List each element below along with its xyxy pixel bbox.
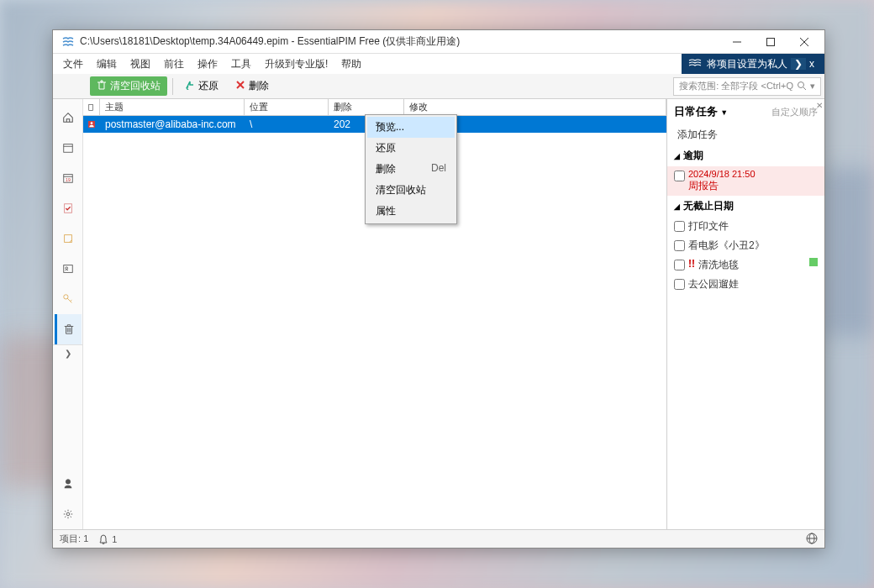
status-items: 项目: 1 — [60, 533, 88, 545]
clipboard-check-icon — [62, 202, 74, 214]
nav-calendar[interactable] — [55, 133, 82, 163]
nav-contacts[interactable] — [55, 254, 82, 284]
flag-icon — [809, 258, 818, 266]
svg-point-24 — [91, 122, 93, 124]
nav-passwords[interactable] — [55, 284, 82, 314]
menu-file[interactable]: 文件 — [56, 55, 90, 74]
panel-title: 日常任务 — [674, 105, 718, 118]
task-checkbox[interactable] — [674, 171, 685, 181]
calendar-date-icon: 19 — [62, 172, 74, 184]
svg-line-19 — [70, 300, 71, 302]
close-button[interactable] — [787, 31, 821, 53]
dropdown-icon[interactable]: ▼ — [720, 108, 728, 117]
ctx-empty-recycle[interactable]: 清空回收站 — [367, 180, 455, 201]
calendar-icon — [62, 142, 74, 154]
minimize-button[interactable] — [720, 31, 754, 53]
col-subject[interactable]: 主题 — [100, 99, 245, 115]
task-checkbox[interactable] — [674, 279, 685, 290]
menu-goto[interactable]: 前往 — [157, 55, 191, 74]
promo-banner[interactable]: 将项目设置为私人 ❯ x — [682, 54, 824, 74]
col-icon[interactable] — [83, 99, 100, 115]
task-item[interactable]: 去公园遛娃 — [667, 275, 824, 294]
home-icon — [62, 112, 74, 123]
svg-rect-1 — [767, 38, 775, 45]
ctx-delete[interactable]: 删除 Del — [367, 159, 455, 180]
recycle-icon — [97, 80, 107, 92]
bell-icon — [98, 534, 108, 544]
nav-notes[interactable] — [55, 223, 82, 254]
svg-point-21 — [66, 512, 70, 516]
task-item[interactable]: 打印文件 — [667, 217, 824, 236]
list-header: 主题 位置 删除 修改 — [83, 99, 666, 116]
nav-calendar-19[interactable]: 19 — [55, 163, 82, 193]
svg-point-20 — [66, 480, 70, 484]
svg-rect-8 — [63, 144, 72, 153]
task-item-overdue[interactable]: 2024/9/18 21:50 周报告 — [667, 166, 824, 196]
menu-action[interactable]: 操作 — [191, 55, 224, 74]
left-navbar: 19 ❯ — [53, 99, 83, 529]
wave-icon — [688, 58, 702, 71]
menubar: 文件 编辑 视图 前往 操作 工具 升级到专业版! 帮助 将项目设置为私人 ❯ … — [53, 54, 824, 74]
collapse-icon: ◢ — [674, 152, 680, 160]
collapse-icon: ◢ — [674, 202, 680, 211]
user-icon — [62, 478, 74, 490]
search-input[interactable]: 搜索范围: 全部字段 <Ctrl+Q ▾ — [673, 77, 821, 96]
menu-tools[interactable]: 工具 — [224, 55, 258, 74]
restore-icon — [185, 80, 195, 92]
restore-button[interactable]: 还原 — [178, 76, 225, 96]
nav-settings[interactable] — [55, 499, 82, 529]
empty-recycle-button[interactable]: 清空回收站 — [90, 76, 167, 96]
ctx-preview[interactable]: 预览... — [367, 117, 455, 138]
right-panel: ✕ 日常任务 ▼ 自定义顺序 添加任务 ◢ 逾期 2024/9/18 21:50… — [666, 99, 824, 529]
globe-icon — [806, 533, 818, 544]
custom-order-link[interactable]: 自定义顺序 — [771, 106, 818, 118]
trash-icon — [63, 323, 75, 335]
nav-user[interactable] — [55, 469, 82, 499]
promo-close-icon[interactable]: x — [806, 58, 818, 70]
document-icon — [88, 103, 94, 112]
section-overdue[interactable]: ◢ 逾期 — [667, 145, 824, 166]
window-title: C:\Users\18181\Desktop\temp.34A06449.epi… — [80, 34, 720, 49]
search-icon — [797, 81, 807, 92]
col-deleted[interactable]: 删除 — [329, 99, 404, 115]
status-reminders[interactable]: 1 — [98, 534, 117, 544]
section-nodeadline[interactable]: ◢ 无截止日期 — [667, 196, 824, 217]
delete-icon — [235, 80, 245, 92]
nav-expand[interactable]: ❯ — [53, 344, 83, 361]
menu-upgrade[interactable]: 升级到专业版! — [258, 55, 334, 74]
task-checkbox[interactable] — [674, 221, 685, 232]
statusbar: 项目: 1 1 — [53, 529, 824, 548]
panel-close-icon[interactable]: ✕ — [816, 101, 823, 110]
col-location[interactable]: 位置 — [245, 99, 329, 115]
nav-tasks[interactable] — [55, 193, 82, 223]
task-checkbox[interactable] — [674, 260, 685, 270]
promo-arrow-icon[interactable]: ❯ — [791, 58, 806, 70]
contact-icon — [62, 263, 74, 275]
delete-button[interactable]: 删除 — [229, 76, 276, 96]
titlebar: C:\Users\18181\Desktop\temp.34A06449.epi… — [53, 30, 824, 54]
note-icon — [62, 233, 74, 244]
add-task-link[interactable]: 添加任务 — [667, 124, 824, 145]
nav-home[interactable] — [55, 102, 82, 133]
ctx-properties[interactable]: 属性 — [367, 201, 455, 222]
menu-help[interactable]: 帮助 — [334, 55, 368, 74]
task-checkbox[interactable] — [674, 240, 685, 251]
svg-text:19: 19 — [66, 177, 71, 182]
status-globe[interactable] — [806, 533, 818, 546]
key-icon — [62, 293, 74, 305]
dropdown-icon[interactable]: ▾ — [810, 81, 815, 92]
task-item[interactable]: !! 清洗地毯 — [667, 255, 824, 275]
maximize-button[interactable] — [754, 31, 787, 53]
task-item[interactable]: 看电影《小丑2》 — [667, 236, 824, 255]
nav-trash[interactable] — [55, 314, 82, 344]
priority-icon: !! — [688, 258, 695, 270]
svg-point-6 — [798, 81, 804, 87]
ctx-restore[interactable]: 还原 — [367, 138, 455, 159]
svg-point-16 — [65, 267, 67, 270]
promo-text: 将项目设置为私人 — [707, 57, 787, 71]
col-modified[interactable]: 修改 — [404, 99, 666, 115]
menu-edit[interactable]: 编辑 — [90, 55, 124, 74]
svg-line-7 — [803, 87, 806, 90]
svg-rect-22 — [89, 104, 93, 110]
menu-view[interactable]: 视图 — [124, 55, 157, 74]
